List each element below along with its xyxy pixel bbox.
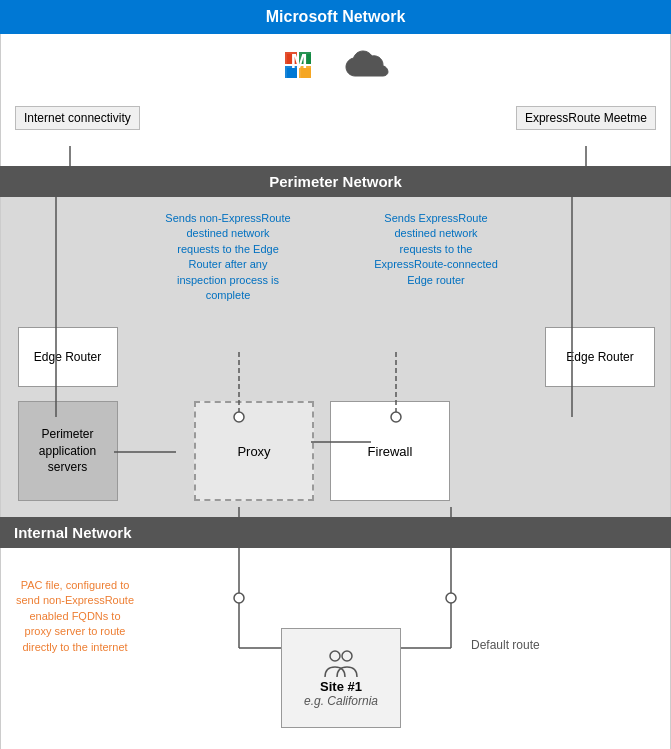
pac-text: PAC file, configured to send non-Express… [15, 578, 135, 655]
svg-point-32 [342, 651, 352, 661]
diagram: Microsoft Network M Internet connec [0, 0, 671, 749]
perimeter-app-servers-col: Perimeter application servers [11, 401, 124, 501]
svg-point-29 [446, 593, 456, 603]
internet-connectivity-box: Internet connectivity [15, 106, 140, 130]
cloud-icon [341, 48, 395, 84]
expressroute-box: ExpressRoute Meetme [516, 106, 656, 130]
perimeter-bottom-row: Perimeter application servers Proxy Fire… [11, 401, 660, 501]
edge-router-left-col: Edge Router [11, 207, 124, 387]
proxy-col: Proxy [186, 401, 314, 501]
default-route-label: Default route [471, 638, 540, 652]
annotation-left-col: Sends non-ExpressRoute destined network … [124, 207, 332, 307]
internal-body: PAC file, configured to send non-Express… [0, 548, 671, 749]
site-eg: e.g. California [304, 694, 378, 708]
firewall-box: Firewall [330, 401, 450, 501]
svg-text:M: M [290, 50, 307, 72]
annotation-right-col: Sends ExpressRoute destined network requ… [332, 207, 540, 292]
people-icon [321, 649, 361, 679]
perimeter-section: Perimeter Network [0, 166, 671, 517]
internet-label: Internet connectivity [15, 106, 140, 130]
internal-section: Internal Network PAC file, configured to… [0, 517, 671, 749]
annotation-sends-non: Sends non-ExpressRoute destined network … [158, 207, 298, 307]
svg-point-31 [330, 651, 340, 661]
edge-router-right-box: Edge Router [545, 327, 655, 387]
site-box-container: Site #1 e.g. California [271, 628, 401, 728]
perimeter-body: Edge Router Sends non-ExpressRoute desti… [0, 197, 671, 517]
perimeter-app-servers-box: Perimeter application servers [18, 401, 118, 501]
annotation-sends-express: Sends ExpressRoute destined network requ… [366, 207, 506, 292]
edge-router-left-box: Edge Router [18, 327, 118, 387]
perimeter-top-row: Edge Router Sends non-ExpressRoute desti… [11, 207, 660, 387]
ms-network-icons-row: M [0, 34, 671, 96]
expressroute-label: ExpressRoute Meetme [516, 106, 656, 130]
svg-point-25 [234, 593, 244, 603]
site-number: Site #1 [320, 679, 362, 694]
default-route-container: Default route [461, 608, 540, 652]
site-box: Site #1 e.g. California [281, 628, 401, 728]
ms-network-header: Microsoft Network [0, 0, 671, 34]
perimeter-header: Perimeter Network [0, 166, 671, 197]
firewall-col: Firewall [322, 401, 450, 501]
proxy-box: Proxy [194, 401, 314, 501]
internal-header: Internal Network [0, 517, 671, 548]
edge-router-right-col: Edge Router [540, 207, 660, 387]
pac-annotation: PAC file, configured to send non-Express… [15, 568, 145, 655]
office-365-icon: M [277, 44, 321, 88]
